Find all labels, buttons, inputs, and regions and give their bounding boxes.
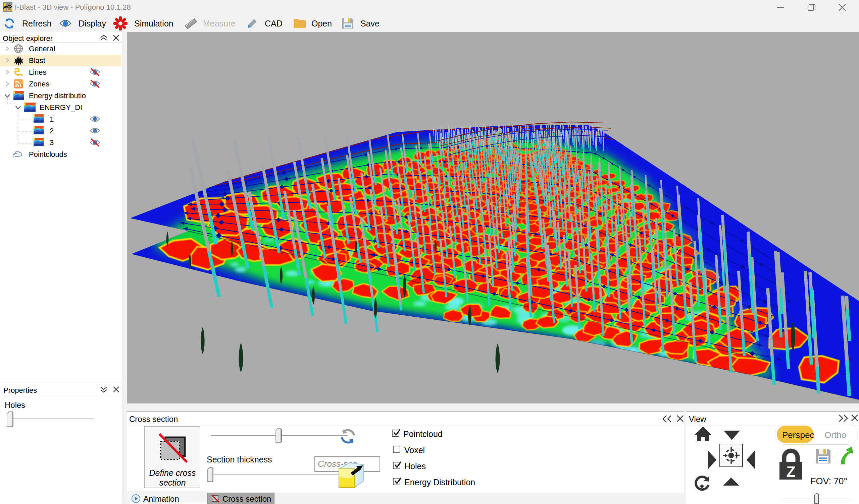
svg-text:Z: Z [786,463,796,480]
